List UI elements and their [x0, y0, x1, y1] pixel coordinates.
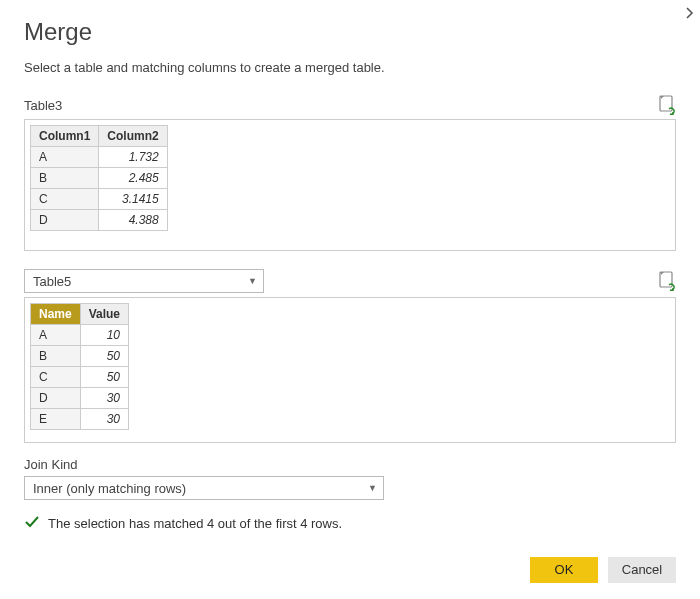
join-kind-label: Join Kind: [24, 457, 676, 472]
chevron-down-icon: ▼: [248, 276, 257, 286]
secondary-preview: NameValue A10B50C50D30E30: [24, 297, 676, 443]
check-icon: [24, 514, 40, 533]
table-row[interactable]: E30: [31, 409, 129, 430]
dialog-title: Merge: [24, 18, 676, 46]
secondary-table-select[interactable]: Table5 ▼: [24, 269, 264, 293]
refresh-preview-icon[interactable]: [658, 95, 676, 115]
cell[interactable]: D: [31, 388, 81, 409]
cell[interactable]: 4.388: [99, 210, 167, 231]
table-row[interactable]: A10: [31, 325, 129, 346]
cell[interactable]: A: [31, 147, 99, 168]
cell[interactable]: 50: [80, 346, 128, 367]
join-kind-select[interactable]: Inner (only matching rows) ▼: [24, 476, 384, 500]
cell[interactable]: 30: [80, 409, 128, 430]
table-row[interactable]: B50: [31, 346, 129, 367]
cell[interactable]: 2.485: [99, 168, 167, 189]
cell[interactable]: B: [31, 346, 81, 367]
expand-chevron-icon[interactable]: [684, 6, 694, 23]
cell[interactable]: E: [31, 409, 81, 430]
primary-table[interactable]: Column1Column2 A1.732B2.485C3.1415D4.388: [30, 125, 168, 231]
primary-preview: Column1Column2 A1.732B2.485C3.1415D4.388: [24, 119, 676, 251]
cell[interactable]: C: [31, 367, 81, 388]
cell[interactable]: D: [31, 210, 99, 231]
cell[interactable]: B: [31, 168, 99, 189]
column-header[interactable]: Name: [31, 304, 81, 325]
column-header[interactable]: Value: [80, 304, 128, 325]
table-row[interactable]: B2.485: [31, 168, 168, 189]
cell[interactable]: C: [31, 189, 99, 210]
join-kind-selected: Inner (only matching rows): [33, 481, 186, 496]
cell[interactable]: 30: [80, 388, 128, 409]
cell[interactable]: 10: [80, 325, 128, 346]
cell[interactable]: 50: [80, 367, 128, 388]
table-row[interactable]: D4.388: [31, 210, 168, 231]
match-status-text: The selection has matched 4 out of the f…: [48, 516, 342, 531]
table-row[interactable]: D30: [31, 388, 129, 409]
primary-table-label: Table3: [24, 98, 62, 113]
dialog-subtitle: Select a table and matching columns to c…: [24, 60, 676, 75]
table-row[interactable]: C50: [31, 367, 129, 388]
table-row[interactable]: A1.732: [31, 147, 168, 168]
chevron-down-icon: ▼: [368, 483, 377, 493]
ok-button[interactable]: OK: [530, 557, 598, 583]
column-header[interactable]: Column2: [99, 126, 167, 147]
cancel-button[interactable]: Cancel: [608, 557, 676, 583]
secondary-table-selected: Table5: [33, 274, 71, 289]
secondary-table[interactable]: NameValue A10B50C50D30E30: [30, 303, 129, 430]
cell[interactable]: A: [31, 325, 81, 346]
cell[interactable]: 1.732: [99, 147, 167, 168]
refresh-preview-icon[interactable]: [658, 271, 676, 291]
cell[interactable]: 3.1415: [99, 189, 167, 210]
table-row[interactable]: C3.1415: [31, 189, 168, 210]
column-header[interactable]: Column1: [31, 126, 99, 147]
